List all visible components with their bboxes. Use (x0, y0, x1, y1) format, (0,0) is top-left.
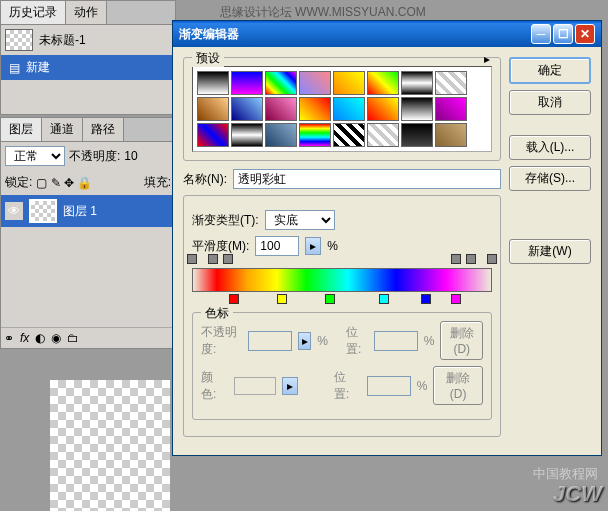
canvas[interactable] (50, 380, 170, 511)
preset-swatch[interactable] (197, 97, 229, 121)
smooth-label: 平滑度(M): (192, 238, 249, 255)
presets-fieldset: 预设 ▸ (183, 57, 501, 161)
preset-swatch[interactable] (265, 97, 297, 121)
preset-swatch[interactable] (333, 97, 365, 121)
preset-swatch[interactable] (367, 71, 399, 95)
smooth-input[interactable] (255, 236, 299, 256)
blend-mode-select[interactable]: 正常 (5, 146, 65, 166)
stop-color-spinner: ▸ (282, 377, 298, 395)
preset-swatch[interactable] (299, 97, 331, 121)
fx-icon[interactable]: fx (20, 331, 29, 345)
visibility-toggle[interactable]: 👁 (5, 202, 23, 220)
color-stop[interactable] (277, 294, 287, 306)
tab-history[interactable]: 历史记录 (1, 1, 66, 24)
fill-label: 填充: (144, 174, 171, 191)
color-stop[interactable] (379, 294, 389, 306)
smooth-spinner[interactable]: ▸ (305, 237, 321, 255)
history-panel: 历史记录 动作 未标题-1 ▤ 新建 (0, 0, 176, 115)
stops-fieldset: 色标 不透明度: ▸ % 位置: % 删除(D) 颜色: ▸ (192, 312, 492, 420)
opacity-stop[interactable] (187, 254, 197, 266)
watermark-en: JCW (553, 481, 602, 507)
preset-swatch[interactable] (299, 123, 331, 147)
preset-swatch[interactable] (401, 97, 433, 121)
presets-grid (192, 66, 492, 152)
name-input[interactable] (233, 169, 501, 189)
minimize-button[interactable]: ─ (531, 24, 551, 44)
gradient-fieldset: 渐变类型(T): 实底 平滑度(M): ▸ % 色标 (183, 195, 501, 437)
preset-swatch[interactable] (435, 97, 467, 121)
percent-1: % (327, 239, 338, 253)
stop-color-swatch (234, 377, 277, 395)
opacity-stop[interactable] (223, 254, 233, 266)
grad-type-select[interactable]: 实底 (265, 210, 335, 230)
layer-row[interactable]: 👁 图层 1 (1, 195, 175, 227)
preset-swatch[interactable] (333, 71, 365, 95)
preset-swatch[interactable] (197, 71, 229, 95)
new-icon: ▤ (9, 61, 20, 75)
history-item-new[interactable]: ▤ 新建 (1, 55, 175, 80)
tab-channels[interactable]: 通道 (42, 118, 83, 141)
stop-pos-input-1 (374, 331, 418, 351)
grad-type-label: 渐变类型(T): (192, 212, 259, 229)
tab-layers[interactable]: 图层 (1, 118, 42, 141)
preset-swatch[interactable] (299, 71, 331, 95)
doc-thumb (5, 29, 33, 51)
preset-swatch[interactable] (231, 71, 263, 95)
stop-color-label: 颜色: (201, 369, 228, 403)
cancel-button[interactable]: 取消 (509, 90, 591, 115)
stop-pos-label-2: 位置: (334, 369, 361, 403)
gradient-bar[interactable] (192, 268, 492, 292)
preset-swatch[interactable] (401, 123, 433, 147)
percent-4: % (417, 379, 428, 393)
preset-swatch[interactable] (333, 123, 365, 147)
opacity-stop[interactable] (451, 254, 461, 266)
layer-name: 图层 1 (63, 203, 97, 220)
tab-actions[interactable]: 动作 (66, 1, 107, 24)
percent-2: % (317, 334, 328, 348)
titlebar[interactable]: 渐变编辑器 ─ ☐ ✕ (173, 21, 601, 47)
lock-label: 锁定: (5, 174, 32, 191)
lock-icons[interactable]: ▢ ✎ ✥ 🔒 (36, 176, 92, 190)
forum-name: 思缘设计论坛 (220, 5, 292, 19)
delete-color-stop-button: 删除(D) (433, 366, 483, 405)
color-stop[interactable] (325, 294, 335, 306)
stop-pos-label-1: 位置: (346, 324, 368, 358)
stop-opacity-label: 不透明度: (201, 324, 242, 358)
color-stop[interactable] (421, 294, 431, 306)
preset-swatch[interactable] (367, 97, 399, 121)
forum-url: WWW.MISSYUAN.COM (295, 5, 426, 19)
dialog-title: 渐变编辑器 (179, 26, 239, 43)
stops-label: 色标 (201, 305, 233, 322)
load-button[interactable]: 载入(L)... (509, 135, 591, 160)
preset-swatch[interactable] (231, 97, 263, 121)
opacity-stop[interactable] (466, 254, 476, 266)
link-icon[interactable]: ⚭ (4, 331, 14, 345)
preset-swatch[interactable] (435, 71, 467, 95)
preset-swatch[interactable] (197, 123, 229, 147)
name-label: 名称(N): (183, 171, 227, 188)
save-button[interactable]: 存储(S)... (509, 166, 591, 191)
preset-swatch[interactable] (231, 123, 263, 147)
stop-opacity-spinner: ▸ (298, 332, 311, 350)
ok-button[interactable]: 确定 (509, 57, 591, 84)
color-stop[interactable] (451, 294, 461, 306)
new-label: 新建 (26, 59, 50, 76)
gradient-bar-wrap (192, 268, 492, 292)
preset-swatch[interactable] (265, 123, 297, 147)
opacity-label: 不透明度: (69, 148, 120, 165)
opacity-stop[interactable] (208, 254, 218, 266)
preset-swatch[interactable] (367, 123, 399, 147)
folder-icon[interactable]: 🗀 (67, 331, 79, 345)
mask-icon[interactable]: ◐ (35, 331, 45, 345)
layers-panel: 图层 通道 路径 正常 不透明度: 10 锁定: ▢ ✎ ✥ 🔒 填充: 👁 图… (0, 117, 176, 349)
opacity-stop[interactable] (487, 254, 497, 266)
new-button[interactable]: 新建(W) (509, 239, 591, 264)
preset-swatch[interactable] (435, 123, 467, 147)
adjust-icon[interactable]: ◉ (51, 331, 61, 345)
presets-menu-icon[interactable]: ▸ (484, 52, 490, 66)
tab-paths[interactable]: 路径 (83, 118, 124, 141)
close-button[interactable]: ✕ (575, 24, 595, 44)
maximize-button[interactable]: ☐ (553, 24, 573, 44)
preset-swatch[interactable] (265, 71, 297, 95)
preset-swatch[interactable] (401, 71, 433, 95)
